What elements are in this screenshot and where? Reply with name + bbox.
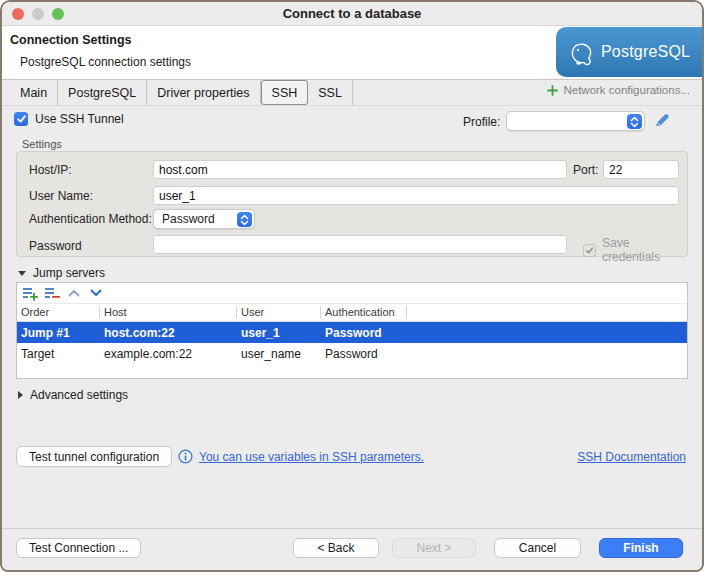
dialog-button-bar: Test Connection ... < Back Next > Cancel… [2, 528, 702, 570]
cell-host: host.com:22 [100, 326, 237, 340]
cell-order: Jump #1 [17, 326, 100, 340]
save-credentials-checkbox: Save credentials [583, 236, 687, 264]
profile-dropdown[interactable] [506, 111, 645, 131]
settings-group-title: Settings [22, 138, 62, 150]
stepper-icon [627, 114, 642, 129]
disclosure-open-icon [18, 271, 26, 276]
password-label: Password [29, 239, 82, 253]
column-header-order[interactable]: Order [17, 306, 100, 319]
next-button: Next > [392, 538, 476, 558]
ssh-variables-hint-link[interactable]: You can use variables in SSH parameters. [199, 450, 424, 464]
table-row[interactable]: Target example.com:22 user_name Password [17, 343, 687, 364]
save-credentials-label: Save credentials [602, 236, 687, 264]
authentication-method-label: Authentication Method: [29, 212, 152, 226]
network-configurations-label: Network configurations... [563, 84, 690, 96]
port-label: Port: [573, 163, 598, 177]
column-header-filler [407, 306, 687, 319]
logo-wordmark: PostgreSQL [601, 43, 690, 61]
cell-host: example.com:22 [100, 347, 237, 361]
tab-ssl[interactable]: SSL [308, 80, 353, 105]
advanced-settings-label: Advanced settings [30, 388, 128, 402]
page-subtitle: PostgreSQL connection settings [20, 55, 191, 69]
move-up-icon[interactable] [66, 286, 82, 301]
move-down-icon[interactable] [88, 286, 104, 301]
cancel-button[interactable]: Cancel [494, 538, 581, 558]
title-bar: Connect to a database [2, 2, 702, 26]
cell-user: user_1 [237, 326, 321, 340]
test-connection-button[interactable]: Test Connection ... [16, 538, 141, 558]
advanced-settings-disclosure[interactable]: Advanced settings [18, 388, 128, 402]
back-button[interactable]: < Back [293, 538, 379, 558]
tab-driver-properties[interactable]: Driver properties [147, 80, 260, 105]
use-ssh-tunnel-label: Use SSH Tunnel [35, 112, 124, 126]
jump-servers-toolbar [17, 283, 687, 304]
traffic-light-zoom-icon[interactable] [52, 8, 64, 20]
add-row-icon[interactable] [22, 286, 38, 301]
finish-button[interactable]: Finish [599, 538, 683, 558]
info-icon [178, 449, 193, 467]
page-title: Connection Settings [10, 33, 132, 47]
traffic-light-minimize-icon [32, 8, 44, 20]
jump-servers-header-row: Order Host User Authentication [17, 304, 687, 322]
cell-user: user_name [237, 347, 321, 361]
dialog-header: Connection Settings PostgreSQL connectio… [2, 26, 702, 80]
jump-servers-title: Jump servers [33, 266, 105, 280]
traffic-light-close-icon[interactable] [12, 8, 24, 20]
traffic-lights [12, 8, 64, 20]
connect-dialog-window: Connect to a database Connection Setting… [0, 0, 704, 572]
network-configurations-link[interactable]: Network configurations... [547, 84, 690, 96]
postgresql-logo: PostgreSQL [556, 27, 702, 77]
tab-postgresql[interactable]: PostgreSQL [58, 80, 147, 105]
password-input[interactable] [153, 235, 567, 254]
plus-icon [547, 85, 558, 96]
host-input[interactable] [153, 160, 567, 179]
settings-group: Host/IP: Port: User Name: Authentication… [16, 151, 688, 257]
column-header-host[interactable]: Host [100, 306, 237, 319]
window-title: Connect to a database [2, 2, 702, 25]
use-ssh-tunnel-checkbox[interactable]: Use SSH Tunnel [14, 112, 124, 126]
jump-servers-panel: Order Host User Authentication Jump #1 h… [16, 282, 688, 379]
port-input[interactable] [603, 160, 679, 179]
checkbox-check-icon [14, 112, 28, 126]
ssh-documentation-link[interactable]: SSH Documentation [577, 450, 686, 464]
test-tunnel-configuration-button[interactable]: Test tunnel configuration [16, 446, 172, 467]
stepper-icon [237, 212, 252, 227]
cell-authentication: Password [321, 326, 407, 340]
table-row[interactable]: Jump #1 host.com:22 user_1 Password [17, 322, 687, 343]
postgres-elephant-icon [567, 39, 594, 66]
user-name-label: User Name: [29, 189, 93, 203]
column-header-authentication[interactable]: Authentication [321, 306, 407, 319]
disclosure-closed-icon [18, 391, 23, 399]
tab-main[interactable]: Main [10, 80, 58, 105]
edit-profiles-button[interactable] [654, 112, 670, 128]
profile-label: Profile: [463, 115, 500, 129]
checkbox-check-icon [583, 244, 596, 257]
host-label: Host/IP: [29, 163, 72, 177]
cell-authentication: Password [321, 347, 407, 361]
tab-ssh[interactable]: SSH [261, 80, 309, 105]
cell-order: Target [17, 347, 100, 361]
authentication-method-value: Password [162, 212, 215, 227]
jump-servers-disclosure[interactable]: Jump servers [18, 266, 105, 280]
column-header-user[interactable]: User [237, 306, 321, 319]
authentication-method-dropdown[interactable]: Password [153, 209, 255, 229]
user-name-input[interactable] [153, 186, 679, 205]
remove-row-icon[interactable] [44, 286, 60, 301]
